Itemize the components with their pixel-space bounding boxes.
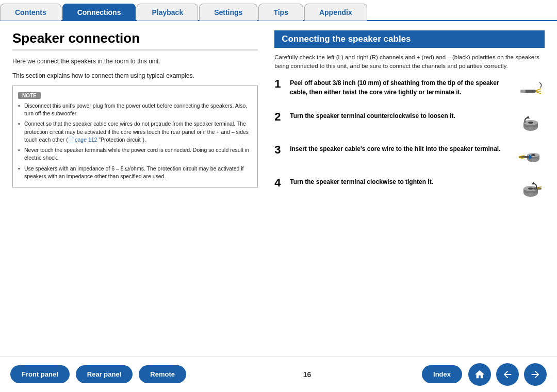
svg-point-8 <box>528 122 533 124</box>
step-icon-3 <box>516 144 545 170</box>
svg-line-24 <box>537 186 542 188</box>
step-text-4: Turn the speaker terminal clockwise to t… <box>290 177 511 186</box>
intro-text-1: Here we connect the speakers in the room… <box>12 57 258 66</box>
note-list: Disconnect this unit's power plug from t… <box>18 102 252 180</box>
svg-rect-1 <box>520 90 526 93</box>
top-navigation: Contents Connections Playback Settings T… <box>0 0 557 21</box>
left-column: Speaker connection Here we connect the s… <box>12 30 258 341</box>
rear-panel-button[interactable]: Rear panel <box>76 365 133 383</box>
section-header: Connecting the speaker cables <box>274 30 545 48</box>
step-number-4: 4 <box>274 177 285 189</box>
tab-playback[interactable]: Playback <box>137 4 198 21</box>
step-text-2: Turn the speaker terminal counterclockwi… <box>290 111 511 121</box>
svg-point-13 <box>531 154 535 156</box>
note-item-3: Never touch the speaker terminals while … <box>18 146 252 162</box>
note-label: NOTE <box>18 92 41 99</box>
step-icon-1 <box>516 78 545 104</box>
intro-text-2: This section explains how to connect the… <box>12 71 258 80</box>
front-panel-button[interactable]: Front panel <box>10 365 70 383</box>
tab-connections[interactable]: Connections <box>62 4 136 21</box>
tab-contents[interactable]: Contents <box>0 4 61 21</box>
page-title: Speaker connection <box>12 30 258 50</box>
right-column: Connecting the speaker cables Carefully … <box>274 30 545 341</box>
page-number: 16 <box>303 370 312 379</box>
step-3: 3 Insert the speaker cable's core wire t… <box>274 144 545 170</box>
steps-list: 1 Peel off about 3/8 inch (10 mm) of she… <box>274 78 545 203</box>
note-item-1: Disconnect this unit's power plug from t… <box>18 102 252 117</box>
svg-line-4 <box>536 92 541 94</box>
section-intro: Carefully check the left (L) and right (… <box>274 53 545 71</box>
step-icon-2 <box>516 111 545 137</box>
index-button[interactable]: Index <box>422 365 462 383</box>
remote-button[interactable]: Remote <box>139 365 186 383</box>
svg-point-22 <box>528 188 533 190</box>
step-2: 2 Turn the speaker terminal counterclock… <box>274 111 545 137</box>
step-number-1: 1 <box>274 78 285 90</box>
svg-marker-26 <box>532 182 535 184</box>
note-item-4: Use speakers with an impedance of 6 – 8 … <box>18 165 252 180</box>
tab-appendix[interactable]: Appendix <box>304 4 367 21</box>
tab-settings[interactable]: Settings <box>199 4 257 21</box>
main-content: Speaker connection Here we connect the s… <box>0 21 557 350</box>
bottom-navigation: Front panel Rear panel Remote 16 Index <box>0 356 557 392</box>
svg-line-2 <box>536 89 541 91</box>
step-4: 4 Turn the speaker terminal clockwise to… <box>274 177 545 203</box>
back-button[interactable] <box>496 363 519 386</box>
step-text-3: Insert the speaker cable's core wire to … <box>290 144 511 154</box>
step-icon-4 <box>516 177 545 203</box>
forward-button[interactable] <box>524 363 547 386</box>
home-button[interactable] <box>468 363 491 386</box>
step-text-1: Peel off about 3/8 inch (10 mm) of sheat… <box>290 78 511 97</box>
note-item-2: Connect so that the speaker cable core w… <box>18 120 252 144</box>
step-number-2: 2 <box>274 111 285 123</box>
note-box: NOTE Disconnect this unit's power plug f… <box>12 86 258 188</box>
step-number-3: 3 <box>274 144 285 156</box>
step-1: 1 Peel off about 3/8 inch (10 mm) of she… <box>274 78 545 104</box>
tab-tips[interactable]: Tips <box>258 4 303 21</box>
svg-marker-9 <box>526 116 530 118</box>
bottom-right-buttons <box>468 363 547 386</box>
